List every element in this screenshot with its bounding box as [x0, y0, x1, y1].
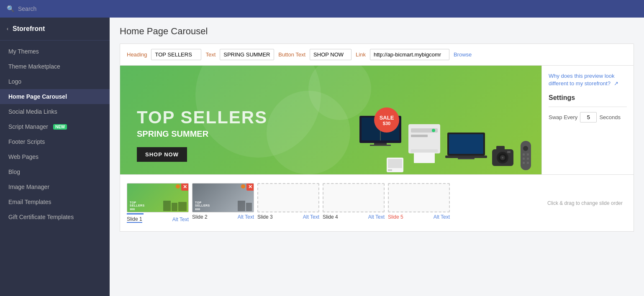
slide-name-4[interactable]: Slide 4 — [323, 214, 338, 220]
sidebar-item-gift-certificate-templates[interactable]: Gift Certificate Templates — [0, 209, 110, 225]
slide-item-5: Slide 5 Alt Text — [388, 183, 450, 220]
sidebar-item-label: Email Templates — [8, 199, 51, 205]
slide-close-button-2[interactable]: ✕ — [246, 183, 254, 191]
sidebar-item-label: Social Media Links — [8, 108, 57, 115]
slide-label-row-2: Slide 2 Alt Text — [192, 214, 254, 220]
carousel-shop-now-button[interactable]: SHOP NOW — [137, 147, 187, 162]
slide-alt-text-link-3[interactable]: Alt Text — [303, 214, 319, 220]
svg-rect-9 — [388, 169, 392, 171]
sidebar-item-my-themes[interactable]: My Themes — [0, 44, 110, 59]
slide-name-2[interactable]: Slide 2 — [192, 214, 208, 220]
slide-label-row-5: Slide 5 Alt Text — [388, 214, 450, 220]
sidebar-item-label: Theme Marketplace — [8, 63, 60, 70]
sidebar-item-logo[interactable]: Logo — [0, 74, 110, 89]
sidebar-item-label: My Themes — [8, 48, 39, 55]
svg-rect-5 — [374, 143, 387, 145]
slide-underline-bar-1 — [127, 213, 144, 214]
heading-input[interactable] — [151, 49, 201, 60]
svg-rect-34 — [523, 162, 525, 164]
sidebar-item-blog[interactable]: Blog — [0, 164, 110, 179]
settings-panel: Why does this preview look different to … — [541, 66, 634, 174]
svg-point-29 — [523, 146, 528, 151]
slide-thumbnail-1[interactable]: TOPSELLERS ▮▮▮▮ ✕ — [127, 183, 189, 212]
slide-alt-text-link-2[interactable]: Alt Text — [238, 214, 254, 220]
slide-name-3[interactable]: Slide 3 — [257, 214, 273, 220]
slide-close-button-1[interactable]: ✕ — [181, 183, 189, 191]
sale-badge: SALE $30 — [374, 107, 399, 133]
heading-label: Heading — [127, 51, 147, 58]
top-bar: 🔍 — [0, 0, 644, 18]
slide-alt-text-link-5[interactable]: Alt Text — [434, 214, 450, 220]
slide-alt-text-link-4[interactable]: Alt Text — [368, 214, 385, 220]
search-input[interactable] — [18, 5, 102, 12]
slide-alt-text-link-1[interactable]: Alt Text — [172, 217, 189, 222]
svg-rect-19 — [445, 156, 487, 158]
sidebar-item-email-templates[interactable]: Email Templates — [0, 194, 110, 209]
svg-rect-22 — [496, 146, 505, 151]
settings-help-link[interactable]: Why does this preview look different to … — [549, 72, 627, 87]
swap-row: Swap Every Seconds — [549, 112, 627, 122]
main-layout: ‹ Storefront My Themes Theme Marketplace… — [0, 18, 644, 296]
sale-label: SALE — [380, 115, 394, 121]
product-laptop-svg — [445, 99, 487, 174]
sidebar-item-home-page-carousel[interactable]: Home Page Carousel — [0, 89, 110, 104]
svg-rect-27 — [507, 151, 511, 153]
slide-label-row-3: Slide 3 Alt Text — [257, 214, 319, 220]
carousel-text-area: TOP SELLERS SPRING SUMMER SHOP NOW — [137, 107, 267, 162]
sidebar-item-label: Image Manager — [8, 184, 49, 190]
slide-thumbnail-2[interactable]: TOPSELLERS ▮▮▮▮ ✕ — [192, 183, 254, 212]
sidebar-item-social-media-links[interactable]: Social Media Links — [0, 104, 110, 119]
swap-every-input[interactable] — [580, 112, 597, 122]
svg-rect-35 — [527, 162, 529, 164]
slide-underline-1 — [127, 213, 189, 214]
slide-thumbnail-5[interactable] — [388, 183, 450, 212]
sidebar-item-script-manager[interactable]: Script Manager NEW — [0, 119, 110, 134]
svg-rect-32 — [523, 158, 525, 160]
chevron-left-icon: ‹ — [7, 26, 8, 32]
sidebar: ‹ Storefront My Themes Theme Marketplace… — [0, 18, 110, 296]
slide-item-3: Slide 3 Alt Text — [257, 183, 319, 220]
slide-label-row-1: Slide 1 Alt Text — [127, 216, 189, 223]
slide-item-2: TOPSELLERS ▮▮▮▮ ✕ Slide 2 Alt Text — [192, 183, 254, 220]
text-input[interactable] — [220, 49, 274, 60]
sidebar-item-theme-marketplace[interactable]: Theme Marketplace — [0, 59, 110, 74]
product-camera-svg — [491, 124, 514, 174]
product-printer-svg — [408, 99, 441, 174]
svg-rect-31 — [527, 153, 529, 156]
link-label: Link — [356, 51, 366, 58]
button-text-label: Button Text — [278, 51, 305, 58]
slides-area: TOPSELLERS ▮▮▮▮ ✕ Slide — [120, 175, 634, 232]
sidebar-item-label: Logo — [8, 78, 21, 85]
svg-rect-33 — [527, 158, 529, 160]
svg-point-26 — [502, 157, 503, 158]
svg-rect-13 — [414, 153, 435, 163]
svg-rect-8 — [388, 159, 402, 168]
sidebar-item-label: Script Manager — [8, 123, 48, 130]
page-title: Home Page Carousel — [120, 26, 634, 37]
sidebar-header[interactable]: ‹ Storefront — [0, 18, 110, 41]
svg-point-14 — [432, 129, 435, 132]
external-link-icon: ↗ — [614, 80, 618, 87]
sidebar-item-label: Web Pages — [8, 153, 38, 160]
link-input[interactable] — [370, 49, 449, 60]
slide-name-5[interactable]: Slide 5 — [388, 214, 403, 220]
drag-hint: Click & drag to change slide order — [457, 200, 627, 206]
button-text-input[interactable] — [310, 49, 352, 60]
svg-rect-28 — [521, 141, 531, 170]
slide-name-1[interactable]: Slide 1 — [127, 216, 142, 223]
main-content: Home Page Carousel Heading Text Button T… — [110, 18, 644, 296]
sidebar-item-footer-scripts[interactable]: Footer Scripts — [0, 134, 110, 149]
carousel-heading: TOP SELLERS — [137, 107, 267, 128]
browse-link[interactable]: Browse — [454, 51, 472, 58]
slide-thumbnail-4[interactable] — [323, 183, 385, 212]
sidebar-item-image-manager[interactable]: Image Manager — [0, 179, 110, 194]
sidebar-item-label: Footer Scripts — [8, 138, 45, 145]
slide-item-4: Slide 4 Alt Text — [323, 183, 385, 220]
sidebar-nav: My Themes Theme Marketplace Logo Home Pa… — [0, 41, 110, 228]
slide-item-1: TOPSELLERS ▮▮▮▮ ✕ Slide — [127, 183, 189, 223]
carousel-subtext: SPRING SUMMER — [137, 129, 267, 139]
carousel-form: Heading Text Button Text Link Browse — [120, 43, 634, 66]
sidebar-item-web-pages[interactable]: Web Pages — [0, 149, 110, 164]
slide-mini-products-2 — [238, 201, 252, 211]
slide-thumbnail-3[interactable] — [257, 183, 319, 212]
